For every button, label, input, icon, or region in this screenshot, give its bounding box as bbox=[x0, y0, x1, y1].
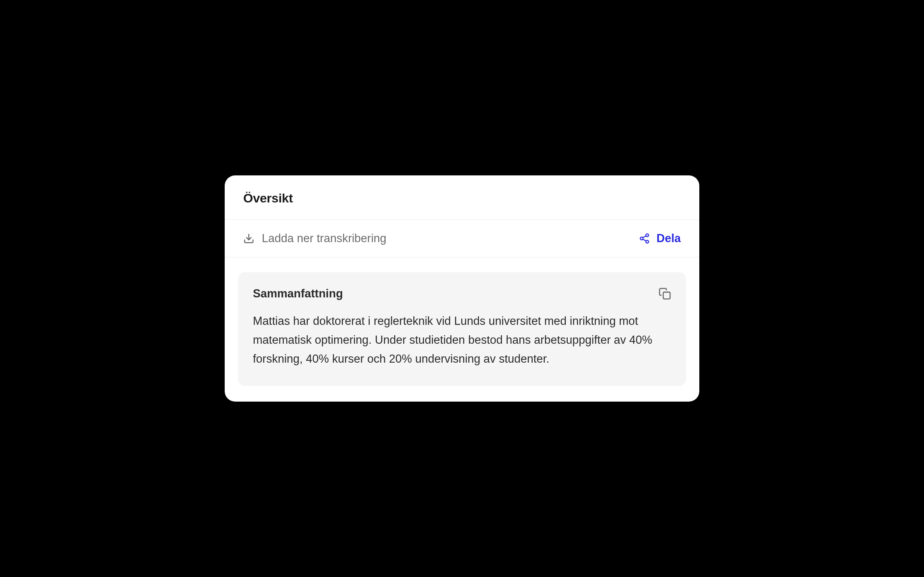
summary-text: Mattias har doktorerat i reglerteknik vi… bbox=[253, 311, 671, 368]
share-icon bbox=[639, 233, 650, 244]
summary-title: Sammanfattning bbox=[253, 287, 343, 300]
download-label: Ladda ner transkribering bbox=[262, 232, 386, 245]
svg-line-4 bbox=[642, 239, 646, 241]
card-header: Översikt bbox=[225, 176, 699, 220]
page-title: Översikt bbox=[243, 191, 681, 205]
copy-button[interactable] bbox=[658, 287, 671, 300]
svg-line-5 bbox=[642, 236, 646, 238]
summary-header: Sammanfattning bbox=[253, 287, 671, 300]
svg-rect-6 bbox=[663, 292, 670, 299]
share-label: Dela bbox=[657, 232, 681, 245]
actions-row: Ladda ner transkribering Dela bbox=[225, 220, 699, 257]
summary-section: Sammanfattning Mattias har doktorerat i … bbox=[238, 272, 686, 386]
download-icon bbox=[243, 233, 254, 244]
overview-card: Översikt Ladda ner transkribering bbox=[225, 176, 699, 401]
download-transcription-button[interactable]: Ladda ner transkribering bbox=[243, 232, 386, 245]
copy-icon bbox=[658, 287, 671, 300]
share-button[interactable]: Dela bbox=[639, 232, 681, 245]
